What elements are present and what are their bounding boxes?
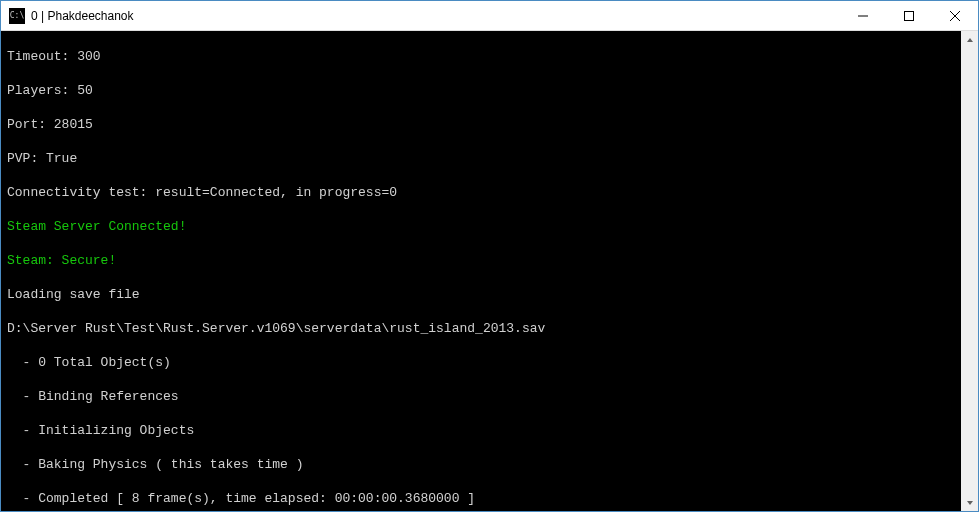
log-line: Connectivity test: result=Connected, in … (7, 184, 955, 201)
scroll-down-button[interactable] (961, 494, 978, 511)
log-line: Loading save file (7, 286, 955, 303)
close-button[interactable] (932, 1, 978, 30)
scroll-up-button[interactable] (961, 31, 978, 48)
window-controls (840, 1, 978, 30)
chevron-up-icon (966, 36, 974, 44)
log-line: - Baking Physics ( this takes time ) (7, 456, 955, 473)
chevron-down-icon (966, 499, 974, 507)
maximize-icon (904, 11, 914, 21)
console-window: C:\ 0 | Phakdeechanok Timeout: 300 Playe… (0, 0, 979, 512)
minimize-button[interactable] (840, 1, 886, 30)
log-line-success: Steam: Secure! (7, 252, 955, 269)
log-line: - Initializing Objects (7, 422, 955, 439)
scrollbar-track[interactable] (961, 48, 978, 494)
log-line-success: Steam Server Connected! (7, 218, 955, 235)
content-area: Timeout: 300 Players: 50 Port: 28015 PVP… (1, 31, 978, 511)
close-icon (950, 11, 960, 21)
log-line: Players: 50 (7, 82, 955, 99)
titlebar[interactable]: C:\ 0 | Phakdeechanok (1, 1, 978, 31)
log-line: - Binding References (7, 388, 955, 405)
log-line: D:\Server Rust\Test\Rust.Server.v1069\se… (7, 320, 955, 337)
cmd-icon: C:\ (9, 8, 25, 24)
log-line: Timeout: 300 (7, 48, 955, 65)
log-line: - 0 Total Object(s) (7, 354, 955, 371)
log-line: Port: 28015 (7, 116, 955, 133)
scrollback: Timeout: 300 Players: 50 Port: 28015 PVP… (7, 31, 955, 511)
vertical-scrollbar[interactable] (961, 31, 978, 511)
svg-marker-4 (967, 38, 973, 42)
svg-rect-1 (905, 11, 914, 20)
console-output[interactable]: Timeout: 300 Players: 50 Port: 28015 PVP… (1, 31, 961, 511)
minimize-icon (858, 11, 868, 21)
log-line: PVP: True (7, 150, 955, 167)
svg-marker-5 (967, 501, 973, 505)
maximize-button[interactable] (886, 1, 932, 30)
window-title: 0 | Phakdeechanok (31, 9, 134, 23)
log-line: - Completed [ 8 frame(s), time elapsed: … (7, 490, 955, 507)
